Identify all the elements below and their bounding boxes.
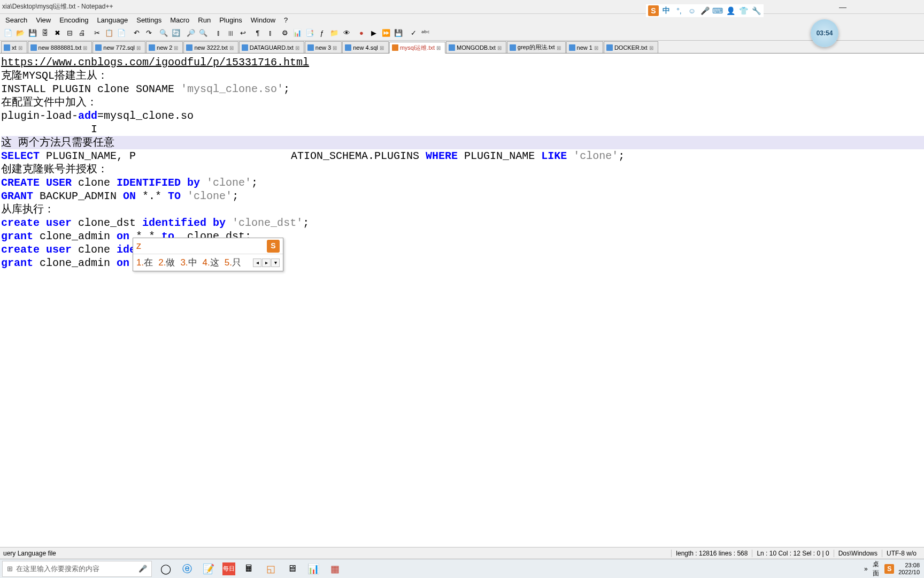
ime-skin-icon[interactable]: 👕 (738, 5, 749, 16)
tab-close-icon[interactable]: ⊠ (83, 45, 88, 50)
maximize-button[interactable] (864, 2, 886, 12)
taskbar-cortana-icon[interactable]: ◯ (158, 561, 173, 576)
taskbar-clock[interactable]: 23:08 2022/10 (896, 562, 922, 576)
paste-icon[interactable]: 📄 (116, 27, 127, 39)
editor-area[interactable]: https://www.cnblogs.com/igoodful/p/15331… (0, 54, 924, 434)
tab-file-2[interactable]: new 772.sql⊠ (93, 41, 145, 53)
ime-tool-icon[interactable]: 🔧 (751, 5, 761, 16)
taskbar-app-icon[interactable]: 每日 (222, 562, 235, 575)
play-icon[interactable]: ▶ (368, 27, 380, 39)
ime-emoji-icon[interactable]: ☺ (687, 5, 697, 16)
ime-user-icon[interactable]: 👤 (725, 5, 736, 16)
tray-sogou-icon[interactable]: S (884, 564, 894, 574)
tab-file-active[interactable]: mysql运维.txt⊠ (389, 42, 445, 54)
tab-close-icon[interactable]: ⊠ (295, 45, 301, 50)
ime-candidate-5[interactable]: 5.只 (225, 256, 241, 269)
copy-icon[interactable]: 📋 (103, 27, 115, 39)
doc-map-icon[interactable]: 📊 (291, 27, 303, 39)
record-icon[interactable]: ● (356, 27, 367, 39)
save-all-icon[interactable]: 🗄 (39, 27, 51, 39)
tab-file-7[interactable]: new 4.sql⊠ (342, 41, 388, 53)
sogou-icon[interactable]: S (648, 5, 659, 16)
menu-search[interactable]: Search (1, 15, 32, 25)
zoom-out-icon[interactable]: 🔍 (197, 27, 209, 39)
taskbar-notepadpp-icon[interactable]: 📝 (201, 561, 216, 576)
menu-macro[interactable]: Macro (166, 15, 194, 25)
menu-run[interactable]: Run (194, 15, 215, 25)
tab-close-icon[interactable]: ⊠ (594, 45, 599, 50)
tab-file-10[interactable]: grep的用法.txt⊠ (507, 41, 566, 53)
tab-file-4[interactable]: new 3222.txt⊠ (183, 41, 238, 53)
ime-punct-icon[interactable]: °, (674, 5, 684, 16)
new-file-icon[interactable]: 📄 (2, 27, 14, 39)
close-button[interactable] (896, 2, 918, 12)
tab-file-6[interactable]: new 3⊠ (305, 41, 342, 53)
show-all-icon[interactable]: ¶ (252, 27, 264, 39)
ime-candidate-2[interactable]: 2.做 (158, 256, 175, 269)
ud-lang-icon[interactable]: ⚙ (279, 27, 291, 39)
save-macro-icon[interactable]: 💾 (392, 27, 404, 39)
tab-close-icon[interactable]: ⊠ (136, 45, 142, 50)
tray-desktop-label[interactable]: 桌面 (873, 564, 882, 574)
menu-help[interactable]: ? (280, 15, 292, 25)
indent-guide-icon[interactable]: ⫿ (264, 27, 276, 39)
sync-v-icon[interactable]: ⫿ (212, 27, 224, 39)
tab-close-icon[interactable]: ⊠ (557, 45, 562, 50)
tab-file-0[interactable]: xt⊠ (1, 41, 27, 53)
close-all-icon[interactable]: ⊟ (64, 27, 75, 39)
ime-next-icon[interactable]: ▸ (262, 258, 271, 267)
tab-file-3[interactable]: new 2⊠ (146, 41, 183, 53)
ime-prev-icon[interactable]: ◂ (253, 258, 261, 267)
ime-candidate-3[interactable]: 3.中 (180, 256, 197, 269)
folder-view-icon[interactable]: 📁 (328, 27, 340, 39)
tab-close-icon[interactable]: ⊠ (497, 45, 503, 50)
taskbar-app4-icon[interactable]: 📊 (306, 561, 321, 576)
replace-icon[interactable]: 🔄 (170, 27, 182, 39)
taskbar-calc-icon[interactable]: 🖩 (242, 561, 257, 576)
tab-close-icon[interactable]: ⊠ (174, 45, 179, 50)
sync-h-icon[interactable]: ⫼ (225, 27, 236, 39)
tab-file-5[interactable]: DATAGUARD.txt⊠ (239, 41, 304, 53)
menu-encoding[interactable]: Encoding (55, 15, 93, 25)
zoom-in-icon[interactable]: 🔎 (185, 27, 197, 39)
func-list-icon[interactable]: ƒ (316, 27, 328, 39)
play-multi-icon[interactable]: ⏩ (380, 27, 392, 39)
editor-url[interactable]: https://www.cnblogs.com/igoodful/p/15331… (1, 56, 309, 69)
ime-candidate-4[interactable]: 4.这 (203, 256, 219, 269)
menu-language[interactable]: Language (93, 15, 132, 25)
save-icon[interactable]: 💾 (27, 27, 38, 39)
tab-close-icon[interactable]: ⊠ (649, 45, 654, 50)
spellcheck-on-icon[interactable]: ᵃᵇᶜ (420, 27, 432, 39)
tab-file-12[interactable]: DOCKER.txt⊠ (604, 41, 658, 53)
cut-icon[interactable]: ✂ (91, 27, 103, 39)
redo-icon[interactable]: ↷ (143, 27, 155, 39)
tab-file-9[interactable]: MONGODB.txt⊠ (446, 41, 506, 53)
taskbar-app2-icon[interactable]: ◱ (263, 561, 278, 576)
ime-voice-icon[interactable]: 🎤 (699, 5, 710, 16)
ime-language-icon[interactable]: 中 (661, 5, 672, 16)
spellcheck-icon[interactable]: ✓ (407, 27, 419, 39)
ime-candidate-1[interactable]: 1.在 (136, 256, 153, 269)
tab-close-icon[interactable]: ⊠ (18, 45, 24, 50)
taskbar-search[interactable]: ⊞ 在这里输入你要搜索的内容 🎤 (2, 561, 152, 577)
ime-keyboard-icon[interactable]: ⌨ (712, 5, 723, 16)
taskbar-app5-icon[interactable]: ▦ (327, 561, 342, 576)
taskbar-edge-icon[interactable]: ⓔ (180, 561, 195, 576)
monitor-icon[interactable]: 👁 (341, 27, 352, 39)
tray-expand-icon[interactable]: » (861, 564, 871, 574)
menu-window[interactable]: Window (247, 15, 280, 25)
undo-icon[interactable]: ↶ (130, 27, 142, 39)
find-icon[interactable]: 🔍 (158, 27, 170, 39)
taskbar-app3-icon[interactable]: 🖥 (284, 561, 299, 576)
print-icon[interactable]: 🖨 (76, 27, 88, 39)
doc-list-icon[interactable]: 📑 (304, 27, 315, 39)
tab-file-1[interactable]: new 8888881.txt⊠ (28, 41, 93, 53)
tab-close-icon[interactable]: ⊠ (333, 45, 338, 50)
menu-settings[interactable]: Settings (132, 15, 166, 25)
tab-close-icon[interactable]: ⊠ (436, 45, 442, 50)
open-file-icon[interactable]: 📂 (14, 27, 26, 39)
close-file-icon[interactable]: ✖ (51, 27, 63, 39)
ime-expand-icon[interactable]: ▾ (271, 258, 280, 267)
ime-candidate-popup[interactable]: z S 1.在 2.做 3.中 4.这 5.只 ◂ ▸ ▾ (133, 238, 283, 271)
tab-file-11[interactable]: new 1⊠ (566, 41, 603, 53)
